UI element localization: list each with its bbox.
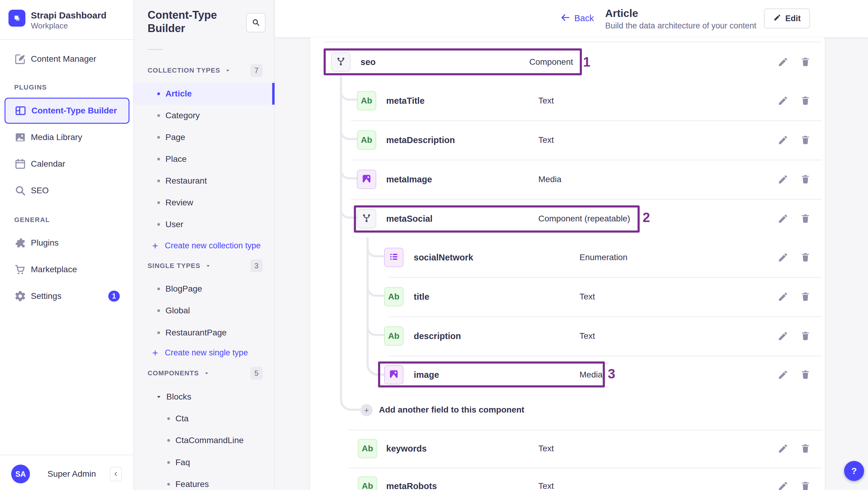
panel-group-blocks[interactable]: Blocks	[134, 386, 275, 408]
chevron-down-icon	[224, 67, 231, 74]
panel-item-label: CtaCommandLine	[176, 435, 244, 445]
panel-item-review[interactable]: Review	[134, 192, 275, 214]
search-button[interactable]	[246, 13, 266, 32]
sidebar-item-seo[interactable]: SEO	[0, 179, 134, 202]
panel-section-count: 7	[250, 64, 262, 77]
add-field-to-component-label[interactable]: Add another field to this component	[379, 405, 524, 415]
delete-field-button[interactable]	[800, 369, 811, 380]
edit-field-button[interactable]	[778, 213, 788, 224]
edit-button[interactable]: Edit	[764, 8, 810, 28]
edit-field-button[interactable]	[778, 95, 788, 106]
panel-section-count: 3	[250, 259, 262, 272]
bullet-icon	[157, 202, 160, 204]
panel-item-global[interactable]: Global	[134, 300, 275, 321]
delete-field-button[interactable]	[800, 174, 811, 185]
delete-field-button[interactable]	[800, 331, 811, 341]
panel-item-label: Category	[165, 111, 200, 120]
trash-icon	[800, 220, 811, 225]
create-create-new-collection-type-link[interactable]: +Create new collection type	[134, 236, 275, 255]
collapse-sidebar-button[interactable]	[110, 467, 122, 481]
panel-section-single-types[interactable]: SINGLE TYPES3	[134, 258, 275, 273]
edit-field-button[interactable]	[778, 331, 788, 341]
panel-item-label: Global	[165, 306, 190, 315]
field-name-metasocial: metaSocial	[386, 214, 433, 224]
panel-item-ctacommandline[interactable]: CtaCommandLine	[134, 429, 275, 451]
pencil-icon	[778, 259, 788, 264]
search-icon	[14, 184, 26, 196]
sidebar-item-settings[interactable]: Settings1	[0, 285, 134, 308]
panel-section-components[interactable]: COMPONENTS5	[134, 366, 275, 381]
edit-field-button[interactable]	[778, 134, 788, 146]
panel-item-article[interactable]: Article	[134, 83, 275, 105]
trash-icon	[800, 102, 811, 107]
edit-field-button[interactable]	[778, 252, 788, 263]
trash-icon	[800, 338, 811, 342]
enumeration-icon	[388, 251, 399, 264]
sidebar-item-label: Marketplace	[31, 265, 77, 274]
edit-field-button[interactable]	[778, 443, 788, 454]
tree-connector-line	[340, 75, 361, 411]
panel-item-label: RestaurantPage	[165, 328, 226, 338]
field-name-metarobots: metaRobots	[386, 481, 437, 490]
user-name: Super Admin	[48, 469, 96, 479]
delete-field-button[interactable]	[800, 481, 811, 490]
panel-item-restaurantpage[interactable]: RestaurantPage	[134, 322, 275, 344]
delete-field-button[interactable]	[800, 95, 811, 106]
bullet-icon	[157, 180, 160, 182]
panel-section-count: 5	[250, 367, 262, 379]
panel-item-faq[interactable]: Faq	[134, 452, 275, 473]
add-field-to-component-button[interactable]: +	[361, 404, 373, 416]
sidebar-item-marketplace[interactable]: Marketplace	[0, 258, 134, 281]
avatar: SA	[11, 465, 30, 483]
panel-item-page[interactable]: Page	[134, 126, 275, 148]
panel-item-features[interactable]: Features	[134, 473, 275, 490]
field-name-metaimage: metaImage	[386, 175, 432, 184]
sidebar-item-media-library[interactable]: Media Library	[0, 126, 134, 149]
delete-field-button[interactable]	[800, 134, 811, 146]
sidebar-footer-divider	[0, 455, 134, 455]
sidebar-item-label: Media Library	[31, 132, 82, 142]
delete-field-button[interactable]	[800, 252, 811, 263]
page-subtitle: Build the data architecture of your cont…	[605, 21, 756, 31]
back-link[interactable]: Back	[560, 13, 594, 24]
help-button[interactable]: ?	[844, 461, 864, 481]
pencil-icon	[778, 299, 788, 303]
edit-field-button[interactable]	[778, 57, 788, 67]
row-divider	[348, 430, 822, 430]
create-create-new-single-type-link[interactable]: +Create new single type	[134, 343, 275, 363]
delete-field-button[interactable]	[800, 291, 811, 302]
content-manager-icon	[14, 53, 26, 65]
field-name-keywords: keywords	[386, 444, 427, 454]
panel-section-collection-types[interactable]: COLLECTION TYPES7	[134, 63, 275, 78]
row-divider	[351, 199, 822, 200]
edit-field-button[interactable]	[778, 481, 788, 490]
calendar-icon	[14, 158, 26, 170]
panel-item-restaurant[interactable]: Restaurant	[134, 170, 275, 192]
panel-item-place[interactable]: Place	[134, 148, 275, 170]
sidebar-item-calendar[interactable]: Calendar	[0, 152, 134, 176]
panel-item-user[interactable]: User	[134, 214, 275, 235]
trash-icon	[800, 64, 811, 68]
panel-item-category[interactable]: Category	[134, 105, 275, 126]
bullet-icon	[167, 461, 170, 464]
pencil-icon	[778, 220, 788, 225]
field-type: Media	[538, 175, 561, 184]
sidebar-divider	[0, 39, 134, 40]
edit-field-button[interactable]	[778, 369, 788, 380]
strapi-logo-icon	[8, 10, 25, 27]
sidebar-item-plugins[interactable]: Plugins	[0, 232, 134, 254]
delete-field-button[interactable]	[800, 57, 811, 67]
panel-item-cta[interactable]: Cta	[134, 408, 275, 429]
delete-field-button[interactable]	[800, 213, 811, 224]
delete-field-button[interactable]	[800, 443, 811, 454]
pencil-icon	[778, 338, 788, 342]
panel-item-blogpage[interactable]: BlogPage	[134, 278, 275, 300]
edit-field-button[interactable]	[778, 291, 788, 302]
component-icon	[361, 213, 372, 225]
field-type: Text	[538, 481, 554, 490]
panel-group-label: Blocks	[166, 392, 191, 402]
sidebar-item-content-manager[interactable]: Content Manager	[0, 48, 134, 70]
edit-field-button[interactable]	[778, 174, 788, 185]
sidebar-item-content-type-builder[interactable]: Content-Type Builder	[4, 98, 129, 124]
field-type: Text	[580, 331, 595, 341]
